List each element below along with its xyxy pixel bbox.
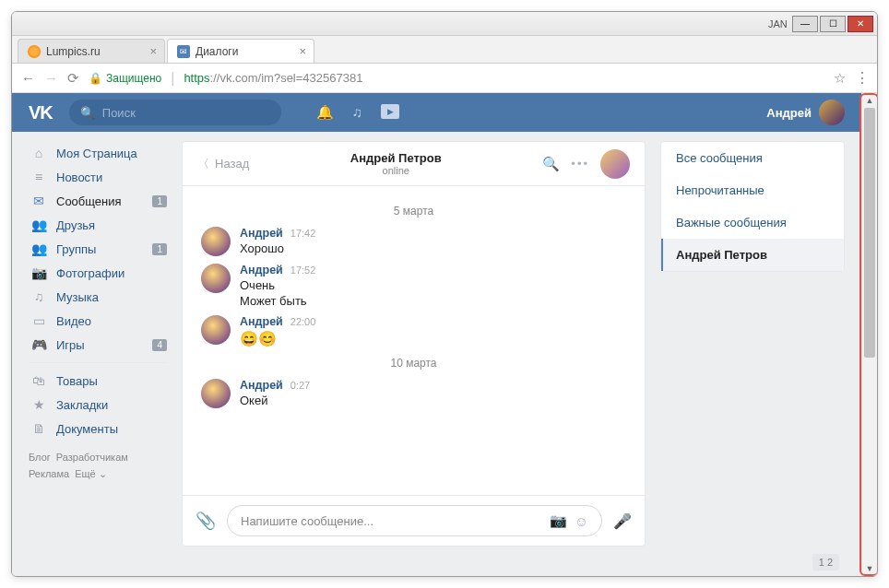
- message-author[interactable]: Андрей: [240, 227, 283, 240]
- scroll-down-icon[interactable]: ▼: [862, 561, 877, 576]
- maximize-button[interactable]: ☐: [820, 16, 846, 32]
- chat-avatar[interactable]: [600, 149, 630, 179]
- avatar[interactable]: [201, 227, 231, 256]
- messages-icon: ✉: [30, 194, 47, 208]
- scroll-up-icon[interactable]: ▲: [862, 93, 877, 108]
- bookmark-icon[interactable]: ☆: [834, 70, 846, 87]
- search-in-chat-icon[interactable]: 🔍: [542, 156, 560, 172]
- sidebar-item-mypage[interactable]: ⌂Моя Страница: [29, 141, 167, 165]
- sidebar-item-photos[interactable]: 📷Фотографии: [29, 261, 167, 285]
- filter-all[interactable]: Все сообщения: [661, 142, 844, 174]
- footer-dev[interactable]: Разработчикам: [56, 452, 128, 463]
- footer-more[interactable]: Ещё ⌄: [75, 468, 107, 479]
- message-text: Очень: [240, 278, 315, 292]
- sidebar-item-bookmarks[interactable]: ★Закладки: [29, 393, 167, 417]
- message: Андрей17:42 Хорошо: [201, 227, 626, 256]
- url-field[interactable]: https://vk.com/im?sel=432567381: [184, 71, 824, 85]
- notifications-icon[interactable]: 🔔: [316, 104, 334, 121]
- avatar[interactable]: [201, 315, 231, 345]
- sidebar-item-documents[interactable]: 🗎Документы: [29, 417, 167, 441]
- emoji-icon[interactable]: ☺: [575, 513, 588, 529]
- header-user[interactable]: Андрей: [766, 100, 845, 125]
- message-time: 22:00: [290, 316, 316, 327]
- chevron-left-icon: 〈: [197, 156, 209, 172]
- sidebar-item-friends[interactable]: 👥Друзья: [29, 213, 167, 237]
- mic-icon[interactable]: 🎤: [613, 512, 632, 530]
- sidebar-item-video[interactable]: ▭Видео: [29, 309, 167, 333]
- sidebar-item-groups[interactable]: 👥Группы1: [29, 237, 167, 261]
- avatar[interactable]: [201, 379, 231, 408]
- favicon-icon: [28, 45, 41, 58]
- message-author[interactable]: Андрей: [240, 379, 283, 392]
- close-button[interactable]: ✕: [848, 16, 873, 32]
- sidebar-item-games[interactable]: 🎮Игры4: [29, 333, 167, 357]
- video-icon: ▭: [30, 313, 47, 328]
- vk-logo[interactable]: VK: [29, 102, 53, 123]
- window-titlebar: JAN — ☐ ✕: [12, 12, 877, 36]
- filter-unread[interactable]: Непрочитанные: [661, 174, 844, 206]
- tab-title: Lumpics.ru: [46, 45, 101, 58]
- chat-status: online: [260, 165, 531, 176]
- message-author[interactable]: Андрей: [240, 264, 283, 276]
- date-separator: 5 марта: [201, 205, 626, 218]
- search-input[interactable]: 🔍 Поиск: [69, 100, 281, 125]
- sidebar-item-market[interactable]: 🛍Товары: [29, 369, 167, 393]
- date-separator: 10 марта: [201, 357, 626, 370]
- secure-badge[interactable]: 🔒 Защищено: [89, 72, 161, 85]
- camera-icon: 📷: [30, 265, 47, 280]
- message: Андрей0:27 Окей: [201, 379, 626, 408]
- filter-contact[interactable]: Андрей Петров: [661, 239, 844, 271]
- scroll-thumb[interactable]: [864, 108, 875, 358]
- footer-links: БлогРазработчикам РекламаЕщё ⌄: [29, 450, 167, 482]
- footer-blog[interactable]: Блог: [29, 452, 51, 463]
- filter-panel: Все сообщения Непрочитанные Важные сообщ…: [660, 141, 845, 272]
- reload-icon[interactable]: ⟳: [67, 70, 79, 87]
- sidebar-item-messages[interactable]: ✉Сообщения1: [29, 189, 167, 213]
- document-icon: 🗎: [30, 421, 47, 436]
- chat-title[interactable]: Андрей Петров: [260, 151, 531, 165]
- close-tab-icon[interactable]: ×: [299, 44, 306, 58]
- avatar[interactable]: [201, 264, 231, 293]
- favicon-icon: ✉: [177, 45, 190, 58]
- vk-header: VK 🔍 Поиск 🔔 ♫ ▶ Андрей: [12, 93, 861, 132]
- chat-body[interactable]: 5 марта Андрей17:42 Хорошо Андрей17:52 О…: [183, 186, 645, 495]
- bag-icon: 🛍: [30, 373, 47, 388]
- forward-icon[interactable]: →: [44, 70, 58, 86]
- chat-more-icon[interactable]: •••: [571, 157, 589, 171]
- feed-icon: ≡: [30, 170, 47, 184]
- music-icon[interactable]: ♫: [352, 104, 362, 121]
- chat-panel: 〈Назад Андрей Петров online 🔍 ••• 5 март…: [182, 141, 646, 547]
- sidebar: ⌂Моя Страница ≡Новости ✉Сообщения1 👥Друз…: [29, 141, 167, 547]
- message: Андрей22:00 😄😊: [201, 315, 626, 347]
- message-time: 17:42: [290, 228, 316, 239]
- play-icon[interactable]: ▶: [381, 104, 399, 119]
- tab-lumpics[interactable]: Lumpics.ru ×: [18, 39, 165, 63]
- chat-header: 〈Назад Андрей Петров online 🔍 •••: [183, 142, 645, 186]
- search-icon: 🔍: [80, 106, 95, 120]
- message-text: Может быть: [240, 294, 315, 308]
- sidebar-item-news[interactable]: ≡Новости: [29, 165, 167, 189]
- page-indicator[interactable]: 1 2: [812, 554, 839, 570]
- minimize-button[interactable]: —: [792, 16, 818, 32]
- sidebar-item-music[interactable]: ♫Музыка: [29, 285, 167, 309]
- back-button[interactable]: 〈Назад: [197, 156, 249, 172]
- tab-dialogs[interactable]: ✉ Диалоги ×: [167, 39, 314, 63]
- message-input[interactable]: Напишите сообщение... 📷 ☺: [227, 505, 602, 536]
- photo-icon[interactable]: 📷: [550, 512, 567, 529]
- filter-important[interactable]: Важные сообщения: [661, 206, 844, 239]
- home-icon: ⌂: [30, 146, 47, 160]
- browser-menu-icon[interactable]: ⋮: [855, 69, 868, 87]
- groups-icon: 👥: [30, 241, 47, 256]
- star-icon: ★: [30, 397, 47, 412]
- chat-input-bar: 📎 Напишите сообщение... 📷 ☺ 🎤: [183, 495, 645, 546]
- attach-icon[interactable]: 📎: [196, 511, 216, 531]
- message-emoji: 😄😊: [240, 330, 315, 347]
- message-author[interactable]: Андрей: [240, 315, 283, 328]
- lock-icon: 🔒: [89, 72, 102, 85]
- back-icon[interactable]: ←: [21, 70, 35, 86]
- scrollbar[interactable]: ▲ ▼: [861, 93, 877, 576]
- footer-ads[interactable]: Реклама: [29, 468, 69, 479]
- browser-tabs: Lumpics.ru × ✉ Диалоги ×: [12, 36, 877, 64]
- music-icon: ♫: [30, 289, 47, 304]
- close-tab-icon[interactable]: ×: [149, 44, 157, 58]
